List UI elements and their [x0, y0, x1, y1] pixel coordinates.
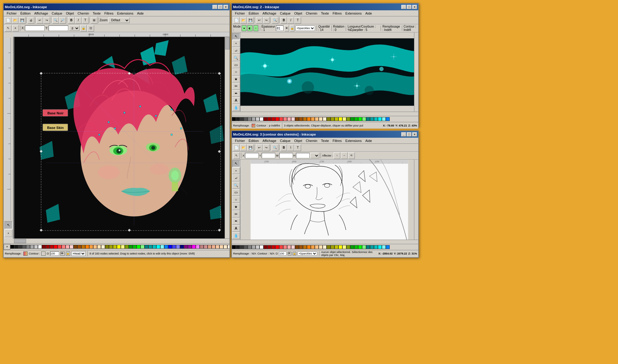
palette-color[interactable] [287, 117, 291, 121]
menu-chemin-3[interactable]: Chemin [304, 138, 319, 143]
maximize-button-2[interactable]: □ [407, 5, 412, 9]
palette-color[interactable] [346, 245, 350, 249]
minimize-button-1[interactable]: _ [212, 5, 217, 9]
palette-color[interactable] [196, 245, 200, 249]
close-button-2[interactable]: × [412, 5, 417, 9]
undo-btn[interactable]: ↩ [36, 17, 43, 24]
no-color-btn[interactable]: ✕ [4, 244, 10, 250]
menu-aide-2[interactable]: Aide [363, 11, 374, 16]
lock-icon[interactable]: 🔒 [66, 251, 70, 256]
palette-color[interactable] [121, 245, 125, 249]
palette-color[interactable] [232, 117, 236, 121]
palette-color[interactable] [133, 245, 137, 249]
palette-color[interactable] [236, 117, 240, 121]
menu-objet-3[interactable]: Objet [292, 138, 304, 143]
menu-chemin-2[interactable]: Chemin [304, 11, 319, 16]
palette-color[interactable] [219, 245, 223, 249]
palette-color[interactable] [200, 245, 204, 249]
palette-color[interactable] [366, 117, 370, 121]
palette-color[interactable] [144, 245, 148, 249]
palette-color[interactable] [216, 245, 219, 249]
palette-color[interactable] [260, 245, 263, 249]
canvas-display-3[interactable]: -2250 -2000 -1750 -1500 -1250 [240, 160, 418, 240]
palette-color[interactable] [319, 245, 323, 249]
tool-circle-3[interactable]: ○ [232, 196, 240, 203]
scrollbar-h-2[interactable] [232, 112, 418, 116]
eye-btn-2[interactable]: 👁 [284, 25, 289, 32]
palette-color[interactable] [22, 245, 26, 249]
palette-color[interactable] [125, 245, 129, 249]
canvas-display-2[interactable] [240, 32, 418, 112]
palette-color[interactable] [252, 245, 256, 249]
close-button-3[interactable]: × [412, 132, 417, 136]
palette-color[interactable] [160, 245, 164, 249]
tool-zoom-2[interactable]: 🔍 [232, 54, 240, 61]
palette-color[interactable] [334, 117, 338, 121]
palette-color[interactable] [315, 245, 319, 249]
affect-btn-1[interactable]: ↕ [334, 152, 340, 159]
menu-aide-3[interactable]: Aide [363, 138, 374, 143]
palette-color[interactable] [58, 245, 62, 249]
palette-color[interactable] [299, 117, 303, 121]
menu-edition-3[interactable]: Édition [247, 138, 261, 143]
palette-color[interactable] [101, 245, 105, 249]
tool-dropper-3[interactable]: 💧 [232, 232, 240, 239]
palette-color[interactable] [256, 117, 260, 121]
palette-color[interactable] [370, 245, 374, 249]
menu-fichier-1[interactable]: Fichier [5, 11, 19, 16]
palette-color[interactable] [50, 245, 54, 249]
menu-fichier-2[interactable]: Fichier [233, 11, 247, 16]
palette-color[interactable] [70, 245, 73, 249]
zoom-in-btn[interactable]: 🔍 [52, 17, 59, 24]
palette-color[interactable] [370, 117, 374, 121]
palette-color[interactable] [323, 245, 327, 249]
canvas-area-1[interactable]: Base Noir Base Skin [13, 37, 229, 238]
palette-color[interactable] [263, 245, 267, 249]
scrollbar-h-3[interactable] [232, 240, 418, 244]
tool-rect-3[interactable]: ▭ [232, 189, 240, 196]
palette-color[interactable] [38, 245, 42, 249]
zoom-btn-2[interactable]: 🔍 [272, 17, 278, 24]
palette-color[interactable] [275, 117, 279, 121]
lock-btn-2[interactable]: 🔒 [290, 25, 294, 32]
y-coord-input[interactable]: 1997.30 [49, 25, 68, 31]
scrollbar-h-1[interactable] [13, 238, 229, 243]
palette-color[interactable] [342, 117, 346, 121]
palette-color[interactable] [148, 245, 152, 249]
tool-pen-3[interactable]: ✒ [232, 218, 240, 225]
x-coord-input[interactable]: -3481.3 [25, 25, 45, 31]
zoom-out-btn[interactable]: 🔎 [59, 17, 66, 24]
zoom-dropdown[interactable]: Défaut 50% 100% [108, 18, 130, 23]
palette-color[interactable] [208, 245, 212, 249]
undo-btn-3[interactable]: ↩ [256, 144, 263, 151]
bold-btn-3[interactable]: B [280, 144, 287, 151]
palette-color[interactable] [85, 245, 89, 249]
palette-color[interactable] [14, 245, 18, 249]
palette-color[interactable] [311, 245, 315, 249]
palette-color[interactable] [303, 245, 307, 249]
menu-objet-2[interactable]: Objet [292, 11, 304, 16]
menu-extensions-2[interactable]: Extensions [344, 11, 364, 16]
lock-icon-3[interactable]: 🔒 [293, 252, 296, 255]
tool-arrow-3[interactable]: ↖ [232, 160, 240, 167]
save-btn-2[interactable]: 💾 [247, 17, 254, 24]
palette-color[interactable] [105, 245, 109, 249]
tool-pen-2[interactable]: ✒ [232, 90, 240, 97]
inkscape-window-3[interactable]: MoOnLiGht.svg: 3 [contour des chemins] -… [231, 130, 419, 258]
palette-color[interactable] [295, 245, 299, 249]
w-coord-3[interactable]: 0.001 [279, 153, 293, 158]
palette-color[interactable] [256, 245, 260, 249]
print-btn[interactable]: 🖨 [28, 17, 34, 24]
palette-color[interactable] [338, 117, 342, 121]
palette-color[interactable] [362, 245, 366, 249]
palette-color[interactable] [223, 245, 227, 249]
align-btn[interactable]: ⊞ [91, 17, 97, 24]
palette-color[interactable] [350, 245, 354, 249]
palette-color[interactable] [240, 245, 244, 249]
scrollbar-thumb-v-1[interactable] [225, 37, 229, 49]
palette-color[interactable] [307, 117, 311, 121]
palette-color[interactable] [374, 245, 378, 249]
tool-star-2[interactable]: ★ [232, 76, 240, 83]
palette-color[interactable] [358, 117, 362, 121]
palette-color[interactable] [327, 117, 331, 121]
